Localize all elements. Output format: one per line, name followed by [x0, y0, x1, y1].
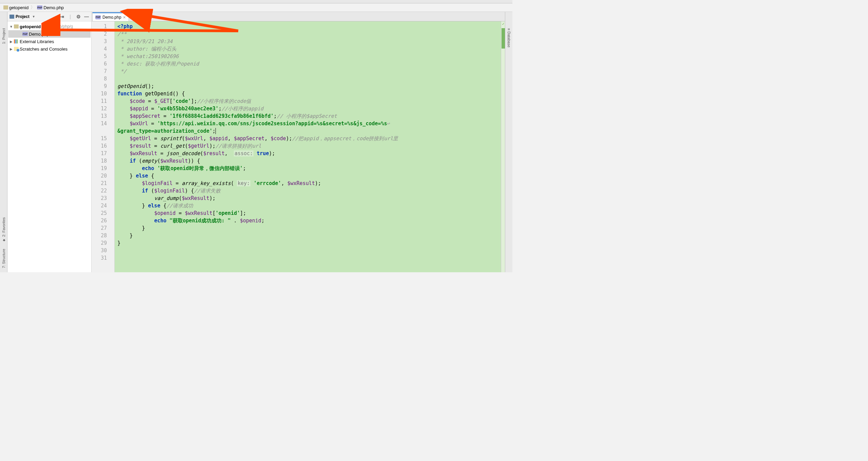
line-number[interactable]: 12 — [92, 105, 114, 112]
expand-arrow-icon[interactable]: ▼ — [10, 25, 13, 29]
line-number[interactable]: 9 — [92, 82, 114, 90]
line-number[interactable]: 18 — [92, 157, 114, 165]
breadcrumb-file[interactable]: PHP Demo.php — [36, 4, 65, 11]
line-number[interactable]: 30 — [92, 247, 114, 254]
hide-icon[interactable]: — — [84, 14, 89, 19]
php-icon: PHP — [95, 15, 101, 19]
tree-file-demo[interactable]: PHP Demo.php — [8, 30, 91, 38]
line-number[interactable]: 10 — [92, 90, 114, 97]
line-number[interactable]: 29 — [92, 239, 114, 247]
line-number[interactable]: 2 — [92, 30, 114, 38]
tab-demo-php[interactable]: PHP Demo.php × — [92, 12, 129, 21]
line-number[interactable]: 3 — [92, 38, 114, 45]
code-line[interactable]: $appSecret = '1f6f68884c1add6293cfa9b86e… — [117, 112, 501, 120]
code-line[interactable]: $wxUrl = 'https://api.weixin.qq.com/sns/… — [117, 120, 501, 127]
line-number[interactable]: 4 — [92, 45, 114, 53]
code-line[interactable]: * 2019/9/21 20:34 — [117, 38, 501, 45]
editor-area: PHP Demo.php × 1234567891011121314151617… — [92, 12, 505, 272]
close-icon[interactable]: × — [123, 15, 126, 20]
code-line[interactable]: $result = curl_get($getUrl);//请求拼接好的url — [117, 142, 501, 150]
line-number[interactable]: 24 — [92, 202, 114, 209]
minimap-mark — [502, 28, 505, 49]
gear-icon[interactable]: ⚙ — [76, 14, 81, 19]
line-number[interactable]: 23 — [92, 195, 114, 202]
code-line[interactable]: if (empty($wxResult)) { — [117, 157, 501, 165]
libraries-icon — [14, 39, 19, 43]
tool-structure[interactable]: 7: Structure — [1, 246, 6, 271]
code-line[interactable] — [117, 247, 501, 254]
line-number[interactable]: 27 — [92, 224, 114, 232]
line-number[interactable]: 21 — [92, 180, 114, 187]
code-line[interactable]: $wxResult = json_decode($result, assoc: … — [117, 150, 501, 157]
line-number[interactable]: 25 — [92, 209, 114, 217]
code-line[interactable]: echo "获取openid成功成功: " . $openid; — [117, 217, 501, 224]
tree-file-label: Demo.php — [29, 32, 49, 37]
tool-favorites[interactable]: ★ 2: Favorites — [1, 215, 6, 245]
tool-database[interactable]: ≡ Database — [506, 25, 512, 50]
line-number[interactable]: 26 — [92, 217, 114, 224]
line-gutter[interactable]: 1234567891011121314151617181920212223242… — [92, 21, 115, 272]
code-line[interactable]: * wechat:2501902696 — [117, 53, 501, 60]
line-number[interactable]: 19 — [92, 165, 114, 172]
code-editor[interactable]: <?php/** * 2019/9/21 20:34 * author: 编程小… — [115, 21, 501, 272]
code-line[interactable] — [117, 75, 501, 82]
line-number[interactable]: 28 — [92, 232, 114, 239]
line-number[interactable]: 20 — [92, 172, 114, 180]
code-line[interactable] — [117, 254, 501, 262]
expand-arrow-icon[interactable]: ▶ — [10, 40, 13, 43]
project-title: Project — [16, 14, 30, 19]
tree-external-libraries[interactable]: ▶ External Libraries — [8, 38, 91, 45]
line-number[interactable]: 22 — [92, 187, 114, 195]
line-number[interactable]: 14 — [92, 120, 114, 127]
code-line[interactable]: function getOpenid() { — [117, 90, 501, 97]
line-number[interactable]: 13 — [92, 112, 114, 120]
line-number[interactable]: 7 — [92, 68, 114, 75]
line-number[interactable]: 11 — [92, 97, 114, 105]
tool-project[interactable]: 1: Project — [1, 25, 6, 47]
inspection-ok-icon: ✓ — [502, 22, 505, 26]
code-line[interactable]: $code = $_GET['code'];//小程序传来的code值 — [117, 97, 501, 105]
tree-root[interactable]: ▼ getopenid ~/Desktop/php/g — [8, 23, 91, 30]
line-number[interactable]: 16 — [92, 142, 114, 150]
code-line[interactable]: $loginFail = array_key_exists( key: 'err… — [117, 180, 501, 187]
breadcrumb: getopenid 〉 PHP Demo.php — [0, 3, 512, 12]
code-line[interactable]: echo '获取openid时异常，微信内部错误'; — [117, 165, 501, 172]
line-number[interactable]: 8 — [92, 75, 114, 82]
code-line[interactable]: } else {//请求成功 — [117, 202, 501, 209]
breadcrumb-root-label: getopenid — [9, 5, 29, 10]
code-line[interactable]: /** — [117, 30, 501, 38]
code-line[interactable]: */ — [117, 68, 501, 75]
code-line[interactable]: <?php — [117, 23, 501, 30]
code-line[interactable]: * author: 编程小石头 — [117, 45, 501, 53]
code-line[interactable]: $getUrl = sprintf($wxUrl, $appid, $appSe… — [117, 135, 501, 142]
code-line[interactable]: } else { — [117, 172, 501, 180]
line-number[interactable]: 31 — [92, 254, 114, 262]
tab-label: Demo.php — [102, 15, 121, 20]
tree-root-path: ~/Desktop/php/g — [43, 24, 73, 29]
line-number[interactable]: 15 — [92, 135, 114, 142]
line-number[interactable] — [92, 127, 114, 135]
line-number[interactable]: 6 — [92, 60, 114, 68]
code-line[interactable]: getOpenid(); — [117, 82, 501, 90]
breadcrumb-file-label: Demo.php — [43, 5, 64, 10]
project-view-selector[interactable]: Project ▼ — [10, 14, 59, 19]
minimap[interactable]: ✓ — [501, 21, 505, 272]
code-line[interactable]: var_dump($wxResult); — [117, 195, 501, 202]
line-number[interactable]: 1 — [92, 23, 114, 30]
expand-arrow-icon[interactable]: ▶ — [10, 47, 13, 51]
line-number[interactable]: 17 — [92, 150, 114, 157]
code-line[interactable]: } — [117, 239, 501, 247]
tree-root-label: getopenid — [20, 24, 41, 29]
collapse-icon[interactable]: ⇥ — [59, 14, 65, 19]
code-line[interactable]: if ($loginFail) {//请求失败 — [117, 187, 501, 195]
project-tree[interactable]: ▼ getopenid ~/Desktop/php/g PHP Demo.php… — [7, 21, 91, 54]
breadcrumb-root[interactable]: getopenid — [2, 4, 30, 11]
line-number[interactable]: 5 — [92, 53, 114, 60]
code-line[interactable]: &grant_type=authorization_code'; — [117, 127, 501, 135]
code-line[interactable]: * desc: 获取小程序用户openid — [117, 60, 501, 68]
code-line[interactable]: $appid = 'wx4b55bb240aec2ee3';//小程序的appi… — [117, 105, 501, 112]
code-line[interactable]: } — [117, 232, 501, 239]
code-line[interactable]: $openid = $wxResult['openid']; — [117, 209, 501, 217]
code-line[interactable]: } — [117, 224, 501, 232]
tree-scratches[interactable]: ▶ Scratches and Consoles — [8, 45, 91, 53]
